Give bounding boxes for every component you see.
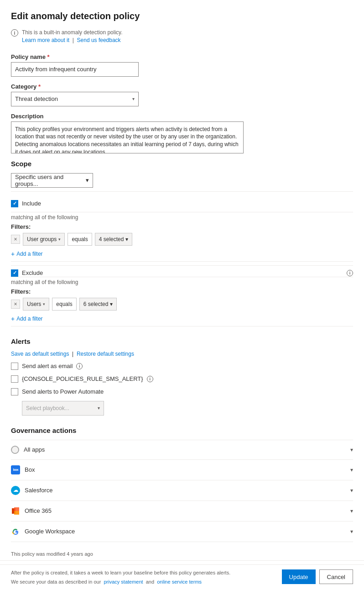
all-apps-label: All apps: [24, 446, 45, 453]
include-filter-value[interactable]: 4 selected ▾: [95, 233, 133, 246]
email-alert-label: Send alert as email: [22, 363, 73, 369]
include-row: Include: [11, 200, 353, 207]
include-filter-row: × User groups ▾ equals 4 selected ▾: [11, 233, 353, 246]
cancel-button[interactable]: Cancel: [319, 569, 353, 584]
exclude-filter-field[interactable]: Users ▾: [23, 298, 49, 311]
salesforce-icon: ☁: [11, 486, 20, 495]
required-star: *: [47, 53, 50, 60]
learn-more-link[interactable]: Learn more about it: [22, 37, 69, 43]
include-matching-text: matching all of the following: [11, 214, 353, 221]
governance-all-apps-row[interactable]: All apps ▾: [11, 440, 353, 460]
exclude-info-icon: i: [347, 270, 353, 276]
governance-office365-row[interactable]: Office 365 ▾: [11, 501, 353, 521]
update-button[interactable]: Update: [282, 569, 316, 584]
exclude-filter-operator: equals: [52, 298, 76, 311]
box-icon: box: [11, 465, 20, 474]
box-label: Box: [25, 466, 35, 473]
policy-name-field: Policy name *: [11, 53, 353, 77]
include-section: Include matching all of the following Fi…: [11, 191, 353, 262]
svg-rect-2: [14, 511, 19, 515]
playbook-chevron-icon: ▾: [98, 406, 100, 411]
excl-filter-field-chevron-icon: ▾: [43, 302, 45, 306]
page-title: Edit anomaly detection policy: [11, 11, 353, 21]
email-info-icon: i: [76, 363, 83, 369]
governance-salesforce-row[interactable]: ☁ Salesforce ▾: [11, 480, 353, 501]
governance-google-row[interactable]: Google Workspace ▾: [11, 521, 353, 542]
service-terms-link[interactable]: online service terms: [157, 579, 202, 585]
salesforce-label: Salesforce: [25, 487, 52, 494]
exclude-filter-row: × Users ▾ equals 6 selected ▾: [11, 298, 353, 311]
box-chevron-icon: ▾: [350, 467, 353, 473]
filter-field-chevron-icon: ▾: [58, 237, 61, 242]
include-add-filter-button[interactable]: + Add a filter: [11, 250, 43, 258]
alerts-links: Save as default settings | Restore defau…: [11, 351, 353, 357]
google-icon: [11, 527, 20, 536]
google-label: Google Workspace: [25, 528, 75, 535]
include-filter-field[interactable]: User groups ▾: [23, 233, 65, 246]
power-automate-row: Send alerts to Power Automate: [11, 388, 353, 395]
exclude-label: Exclude: [22, 269, 43, 276]
policy-name-label: Policy name *: [11, 53, 353, 60]
privacy-link[interactable]: privacy statement: [104, 579, 143, 585]
email-checkbox[interactable]: [11, 363, 18, 370]
sms-alert-label: {CONSOLE_POLICIES_RULE_SMS_ALERT}: [22, 375, 143, 382]
governance-box-row[interactable]: box Box ▾: [11, 460, 353, 480]
footer-bar: After the policy is created, it takes a …: [0, 564, 364, 589]
google-chevron-icon: ▾: [350, 528, 353, 535]
footer-note: After the policy is created, it takes a …: [11, 569, 230, 585]
exclude-matching-text: matching all of the following: [11, 279, 353, 285]
svg-rect-1: [14, 507, 19, 511]
exclude-filter-value[interactable]: 6 selected ▾: [79, 298, 117, 311]
scope-section: Scope Specific users and groups... ▾ Inc…: [11, 160, 353, 327]
exclude-filters-label: Filters:: [11, 288, 353, 295]
exclude-checkbox[interactable]: [11, 269, 18, 277]
sms-checkbox[interactable]: [11, 375, 18, 383]
all-apps-icon: [11, 446, 19, 454]
restore-default-link[interactable]: Restore default settings: [77, 351, 134, 357]
info-banner-text: This is a built-in anomaly detection pol…: [22, 29, 123, 44]
office365-icon: [11, 506, 20, 516]
playbook-placeholder: Select playbook...: [26, 405, 69, 411]
plus-icon: +: [11, 250, 15, 258]
include-checkbox[interactable]: [11, 200, 18, 207]
include-filter-remove[interactable]: ×: [11, 235, 20, 244]
include-filter-operator: equals: [68, 233, 92, 246]
exclude-row: Exclude i: [11, 269, 353, 277]
footer-buttons: Update Cancel: [282, 569, 353, 584]
plus-icon-excl: +: [11, 315, 15, 322]
footer-note-text: After the policy is created, it takes a …: [11, 569, 230, 576]
alerts-title: Alerts: [11, 337, 353, 345]
description-label: Description: [11, 113, 353, 120]
scope-dropdown[interactable]: Specific users and groups... ▾: [11, 173, 93, 188]
office365-chevron-icon: ▾: [350, 508, 353, 514]
sms-info-icon: i: [147, 376, 153, 382]
info-icon: i: [11, 29, 18, 37]
all-apps-chevron-icon: ▾: [350, 447, 353, 453]
include-filters-label: Filters:: [11, 223, 353, 230]
footer-privacy-text: We secure your data as described in our …: [11, 579, 230, 585]
alerts-section: Alerts Save as default settings | Restor…: [11, 337, 353, 416]
filter-value-chevron-icon: ▾: [125, 236, 128, 242]
governance-section: Governance actions All apps ▾ box Box ▾ …: [11, 427, 353, 542]
email-alert-row: Send alert as email i: [11, 363, 353, 370]
salesforce-chevron-icon: ▾: [350, 487, 353, 494]
required-star-cat: *: [38, 83, 41, 90]
exclude-section: Exclude i matching all of the following …: [11, 265, 353, 327]
category-select[interactable]: Threat detection ▾: [11, 92, 139, 106]
description-text: This policy profiles your environment an…: [11, 121, 244, 153]
category-label: Category *: [11, 83, 353, 90]
policy-name-input[interactable]: [11, 62, 139, 77]
description-field: Description This policy profiles your en…: [11, 113, 353, 153]
info-banner: i This is a built-in anomaly detection p…: [11, 29, 353, 44]
governance-title: Governance actions: [11, 427, 353, 434]
power-automate-label: Send alerts to Power Automate: [22, 388, 104, 395]
power-automate-checkbox[interactable]: [11, 388, 18, 395]
include-label: Include: [22, 200, 41, 207]
exclude-add-filter-button[interactable]: + Add a filter: [11, 315, 43, 322]
save-default-link[interactable]: Save as default settings: [11, 351, 69, 357]
category-field: Category * Threat detection ▾: [11, 83, 353, 106]
feedback-link[interactable]: Send us feedback: [77, 37, 121, 43]
playbook-select[interactable]: Select playbook... ▾: [22, 401, 104, 416]
office365-label: Office 365: [25, 507, 52, 514]
exclude-filter-remove[interactable]: ×: [11, 300, 20, 309]
